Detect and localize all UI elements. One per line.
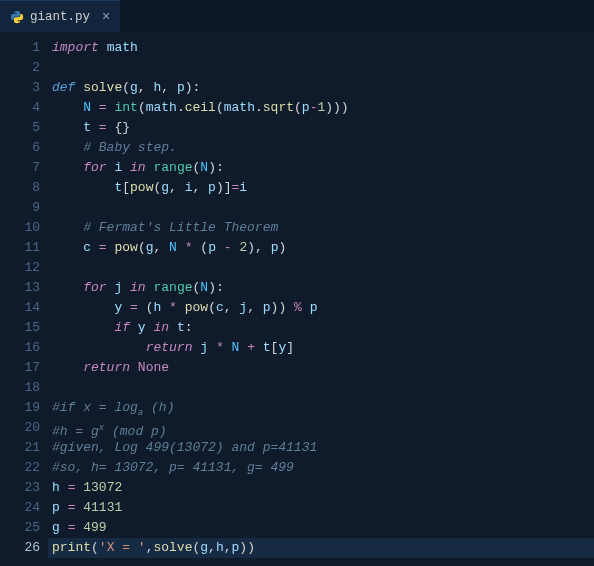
line-number: 14	[0, 298, 40, 318]
line-number: 2	[0, 58, 40, 78]
code-line[interactable]: import math	[52, 38, 594, 58]
code-line[interactable]: for i in range(N):	[52, 158, 594, 178]
code-line[interactable]: c = pow(g, N * (p - 2), p)	[52, 238, 594, 258]
code-content[interactable]: import math def solve(g, h, p): N = int(…	[52, 32, 594, 566]
code-line[interactable]: return None	[52, 358, 594, 378]
line-number: 5	[0, 118, 40, 138]
line-number: 24	[0, 498, 40, 518]
line-number: 15	[0, 318, 40, 338]
line-number: 12	[0, 258, 40, 278]
code-line[interactable]: # Baby step.	[52, 138, 594, 158]
code-line[interactable]: h = 13072	[52, 478, 594, 498]
line-number: 8	[0, 178, 40, 198]
tab-bar: giant.py ×	[0, 0, 594, 32]
line-number: 6	[0, 138, 40, 158]
code-line[interactable]: def solve(g, h, p):	[52, 78, 594, 98]
line-number: 3	[0, 78, 40, 98]
code-line[interactable]: print('X = ',solve(g,h,p))	[48, 538, 594, 558]
code-line[interactable]: #h = gx (mod p)	[52, 418, 594, 438]
line-number: 26	[0, 538, 40, 558]
code-line[interactable]	[52, 378, 594, 398]
python-icon	[10, 10, 24, 24]
code-line[interactable]: p = 41131	[52, 498, 594, 518]
line-number: 7	[0, 158, 40, 178]
code-line[interactable]: # Fermat's Little Theorem	[52, 218, 594, 238]
line-number: 17	[0, 358, 40, 378]
tab-giant-py[interactable]: giant.py ×	[0, 0, 120, 32]
code-line[interactable]: y = (h * pow(c, j, p)) % p	[52, 298, 594, 318]
line-number: 23	[0, 478, 40, 498]
code-line[interactable]: if y in t:	[52, 318, 594, 338]
line-number: 25	[0, 518, 40, 538]
code-line[interactable]: #given, Log 499(13072) and p=41131	[52, 438, 594, 458]
line-number: 16	[0, 338, 40, 358]
line-number: 20	[0, 418, 40, 438]
line-number-gutter: 1234567891011121314151617181920212223242…	[0, 32, 52, 566]
line-number: 1	[0, 38, 40, 58]
line-number: 18	[0, 378, 40, 398]
line-number: 13	[0, 278, 40, 298]
code-line[interactable]: return j * N + t[y]	[52, 338, 594, 358]
line-number: 19	[0, 398, 40, 418]
code-line[interactable]	[52, 258, 594, 278]
code-line[interactable]: N = int(math.ceil(math.sqrt(p-1)))	[52, 98, 594, 118]
code-line[interactable]: #if x = loga (h)	[52, 398, 594, 418]
code-line[interactable]: for j in range(N):	[52, 278, 594, 298]
line-number: 21	[0, 438, 40, 458]
code-line[interactable]: t[pow(g, i, p)]=i	[52, 178, 594, 198]
code-editor[interactable]: 1234567891011121314151617181920212223242…	[0, 32, 594, 566]
code-line[interactable]	[52, 58, 594, 78]
code-line[interactable]: g = 499	[52, 518, 594, 538]
line-number: 22	[0, 458, 40, 478]
line-number: 9	[0, 198, 40, 218]
code-line[interactable]: t = {}	[52, 118, 594, 138]
line-number: 4	[0, 98, 40, 118]
line-number: 10	[0, 218, 40, 238]
line-number: 11	[0, 238, 40, 258]
tab-filename: giant.py	[30, 10, 90, 24]
close-icon[interactable]: ×	[102, 10, 110, 24]
code-line[interactable]	[52, 198, 594, 218]
code-line[interactable]: #so, h= 13072, p= 41131, g= 499	[52, 458, 594, 478]
